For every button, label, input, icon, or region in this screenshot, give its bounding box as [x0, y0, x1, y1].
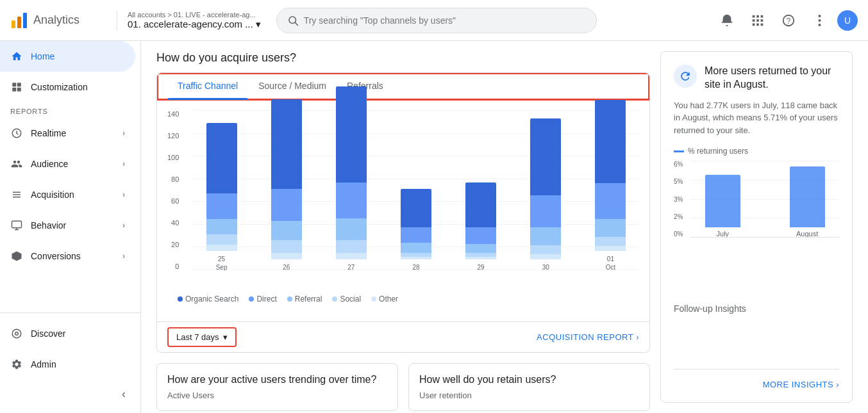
bar-seg-organic: [401, 189, 431, 227]
legend-other: Other: [371, 295, 398, 304]
more-insights-arrow-icon: ›: [836, 380, 839, 389]
bar-label-27: 27: [347, 263, 355, 271]
sidebar-item-discover[interactable]: Discover: [0, 318, 135, 349]
bar-chart: 140 120 100 80 60 40 20 0: [167, 110, 639, 289]
mini-bars-container: July August: [685, 161, 839, 238]
bar-seg-direct: [271, 189, 302, 221]
bar-seg-referral: [595, 219, 626, 237]
bar-seg-direct: [530, 195, 561, 227]
sidebar-item-customization[interactable]: Customization: [0, 72, 135, 102]
svg-line-4: [295, 22, 297, 25]
bar-group-oct01: 01Oct: [582, 100, 639, 271]
help-button[interactable]: ?: [776, 8, 801, 33]
bar-seg-social: [206, 234, 237, 245]
audience-icon: [10, 158, 23, 170]
svg-rect-9: [756, 19, 759, 22]
legend-dot-social: [332, 296, 337, 302]
conversions-expand-icon: ›: [122, 252, 125, 261]
chart-legend: Organic Search Direct Referral Soci: [167, 289, 639, 311]
sidebar-item-audience[interactable]: Audience ›: [0, 149, 135, 179]
dropdown-arrow-icon: ▾: [256, 19, 261, 30]
content-area: How do you acquire users? Traffic Channe…: [141, 41, 868, 413]
insight-icon: [674, 65, 697, 88]
svg-text:?: ?: [787, 16, 791, 25]
mini-chart-legend: % returning users: [674, 147, 839, 156]
svg-point-29: [15, 332, 19, 336]
bar-seg-direct: [336, 182, 367, 218]
bottom-row: How are your active users trending over …: [156, 363, 650, 411]
mini-bar-august-rect: [790, 166, 825, 227]
bar-seg-other: [530, 254, 561, 259]
active-users-metric: Active Users: [167, 391, 387, 400]
svg-rect-6: [756, 15, 759, 17]
bar-seg-organic: [530, 118, 561, 195]
search-icon: [287, 15, 299, 26]
bar-seg-social: [271, 240, 302, 253]
svg-rect-20: [17, 83, 21, 86]
svg-rect-22: [17, 88, 21, 92]
legend-social: Social: [332, 295, 361, 304]
sidebar-item-behavior[interactable]: Behavior ›: [0, 210, 135, 241]
avatar[interactable]: U: [837, 10, 858, 31]
search-bar[interactable]: [276, 8, 597, 33]
sidebar-item-home[interactable]: Home: [0, 41, 135, 72]
date-selector[interactable]: Last 7 days ▾: [167, 327, 237, 347]
svg-rect-2: [23, 13, 27, 28]
help-icon: ?: [781, 13, 796, 28]
mini-bar-july: July: [690, 161, 755, 238]
acquisition-report-link[interactable]: ACQUISITION REPORT ›: [537, 332, 639, 342]
bar-seg-referral: [401, 243, 431, 253]
legend-organic-search: Organic Search: [178, 295, 238, 304]
sidebar-item-realtime[interactable]: Realtime ›: [0, 118, 135, 149]
notifications-button[interactable]: [714, 8, 740, 33]
bar-seg-direct: [206, 193, 237, 219]
bar-label-30: 30: [542, 263, 549, 271]
bar-seg-other: [336, 253, 367, 259]
legend-line-icon: [674, 150, 684, 152]
insight-title: More users returned to your site in Augu…: [705, 65, 839, 92]
bar-seg-other: [401, 257, 431, 259]
bar-seg-direct: [465, 227, 496, 244]
svg-point-17: [818, 19, 821, 22]
reports-section-label: REPORTS: [0, 102, 140, 118]
active-users-card: How are your active users trending over …: [156, 363, 398, 411]
bar-group-28: 28: [387, 189, 444, 271]
apps-button[interactable]: [745, 8, 771, 33]
audience-expand-icon: ›: [122, 159, 125, 168]
y-axis: 140 120 100 80 60 40 20 0: [167, 110, 181, 270]
mini-bar-july-label: July: [717, 230, 730, 238]
bar-seg-referral: [530, 227, 561, 245]
legend-direct: Direct: [249, 295, 276, 304]
account-name[interactable]: 01. accelerate-agency.com ... ▾: [128, 19, 261, 30]
main-panel: How do you acquire users? Traffic Channe…: [156, 51, 650, 403]
legend-referral: Referral: [287, 295, 322, 304]
svg-rect-24: [12, 221, 22, 228]
svg-rect-19: [12, 83, 16, 86]
apps-icon: [751, 13, 765, 28]
tab-traffic-channel[interactable]: Traffic Channel: [167, 73, 248, 99]
svg-marker-27: [12, 252, 22, 261]
svg-rect-5: [753, 15, 755, 17]
more-button[interactable]: [806, 8, 832, 33]
bar-seg-other: [595, 246, 626, 251]
mini-bar-august-label: August: [796, 230, 818, 238]
sidebar-collapse-button[interactable]: ‹: [112, 382, 135, 405]
svg-rect-21: [12, 88, 16, 92]
bar-seg-referral: [336, 218, 367, 240]
acquisition-expand-icon: ›: [122, 190, 125, 199]
svg-rect-0: [12, 20, 15, 28]
bar-label-28: 28: [412, 263, 419, 271]
customization-icon: [10, 81, 23, 93]
insight-footer: MORE INSIGHTS ›: [674, 369, 839, 389]
bar-seg-organic: [271, 99, 302, 189]
more-vert-icon: [818, 14, 821, 27]
sidebar-item-conversions[interactable]: Conversions ›: [0, 241, 135, 271]
bar-seg-referral: [271, 221, 302, 240]
search-input[interactable]: [304, 15, 586, 26]
sidebar-item-acquisition[interactable]: Acquisition ›: [0, 179, 135, 210]
more-insights-link[interactable]: MORE INSIGHTS ›: [763, 380, 839, 389]
sidebar-item-admin[interactable]: Admin: [0, 349, 135, 380]
bar-label-sep25: 25Sep: [216, 255, 228, 271]
insight-header: More users returned to your site in Augu…: [674, 65, 839, 92]
account-selector[interactable]: All accounts > 01. LIVE - accelerate-ag.…: [117, 11, 261, 30]
